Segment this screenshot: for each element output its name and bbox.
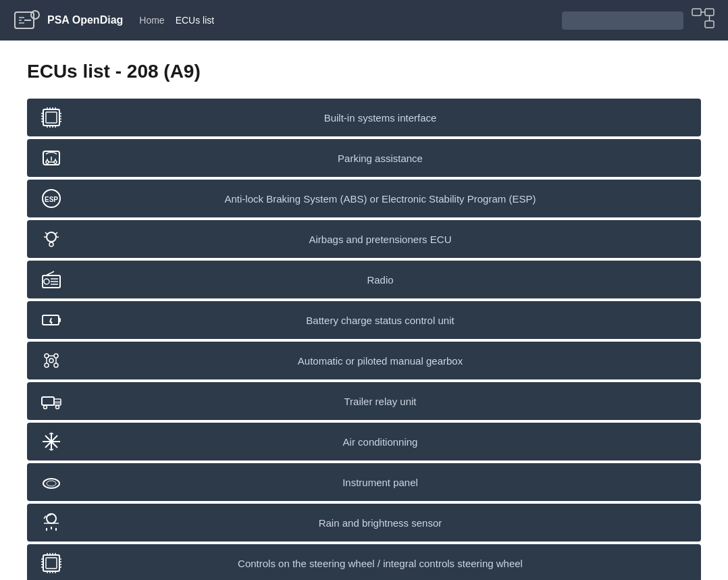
svg-point-39 xyxy=(49,242,53,246)
ecu-label-gearbox: Automatic or piloted manual gearbox xyxy=(70,355,690,367)
steering-chips-icon xyxy=(38,550,65,577)
snowflake-icon xyxy=(38,428,65,455)
svg-point-67 xyxy=(56,406,59,409)
diagram-icon[interactable] xyxy=(692,8,714,32)
search-input[interactable] xyxy=(562,11,683,30)
svg-point-78 xyxy=(43,479,59,488)
main-content: ECUs list - 208 (A9) xyxy=(0,41,728,580)
svg-rect-7 xyxy=(705,9,714,16)
airbag-icon xyxy=(38,226,65,253)
ecu-item-steering-wheel[interactable]: Controls on the steering wheel / integra… xyxy=(27,544,701,580)
svg-text:ESP: ESP xyxy=(45,196,58,203)
nav-home[interactable]: Home xyxy=(139,15,164,26)
ecu-label-battery: Battery charge status control unit xyxy=(70,315,690,326)
ecu-label-parking: Parking assistance xyxy=(70,153,690,164)
ecu-item-built-in-systems[interactable]: Built-in systems interface xyxy=(27,99,701,136)
svg-rect-52 xyxy=(59,318,61,322)
svg-rect-88 xyxy=(46,558,57,569)
ecu-label-abs-esp: Anti-lock Braking System (ABS) or Electr… xyxy=(70,193,690,205)
svg-line-44 xyxy=(55,232,57,234)
esp-icon: ESP xyxy=(38,185,65,212)
svg-point-57 xyxy=(54,354,58,358)
ecu-item-trailer-relay[interactable]: Trailer relay unit xyxy=(27,382,701,420)
gauge-icon xyxy=(38,469,65,496)
svg-point-56 xyxy=(45,354,49,358)
chips-icon xyxy=(38,104,65,131)
gearbox-icon xyxy=(38,347,65,374)
ecu-item-airbags[interactable]: Airbags and pretensioners ECU xyxy=(27,220,701,258)
svg-point-31 xyxy=(54,161,57,163)
rain-icon xyxy=(38,509,65,536)
ecu-item-air-conditioning[interactable]: Air conditionning xyxy=(27,423,701,460)
ecu-label-airbags: Airbags and pretensioners ECU xyxy=(70,234,690,245)
ecu-list: Built-in systems interface Parking assis… xyxy=(27,99,701,580)
logo-text: PSA OpenDiag xyxy=(47,14,123,26)
svg-line-43 xyxy=(45,232,47,234)
svg-point-46 xyxy=(44,279,49,284)
svg-rect-12 xyxy=(46,112,57,123)
radio-icon xyxy=(38,266,65,293)
page-title: ECUs list - 208 (A9) xyxy=(27,61,701,82)
svg-rect-6 xyxy=(692,9,701,16)
svg-point-58 xyxy=(45,363,49,367)
battery-icon xyxy=(38,307,65,334)
svg-rect-8 xyxy=(705,21,714,28)
svg-point-30 xyxy=(46,161,49,163)
header-right xyxy=(562,8,714,32)
ecu-label-trailer: Trailer relay unit xyxy=(70,396,690,407)
ecu-item-gearbox[interactable]: Automatic or piloted manual gearbox xyxy=(27,342,701,379)
ecu-label-rain-sensor: Rain and brightness sensor xyxy=(70,517,690,529)
svg-point-59 xyxy=(54,363,58,367)
svg-point-66 xyxy=(44,406,47,409)
nav-links: Home ECUs list xyxy=(139,15,214,26)
ecu-item-abs-esp[interactable]: ESP Anti-lock Braking System (ABS) or El… xyxy=(27,180,701,217)
ecu-label-air-conditioning: Air conditionning xyxy=(70,436,690,448)
ecu-item-instrument-panel[interactable]: Instrument panel xyxy=(27,463,701,501)
nav-ecus-list[interactable]: ECUs list xyxy=(176,15,215,26)
svg-point-38 xyxy=(47,232,56,242)
logo-area: PSA OpenDiag xyxy=(14,7,123,34)
header: PSA OpenDiag Home ECUs list xyxy=(0,0,728,41)
ecu-label-radio: Radio xyxy=(70,274,690,286)
ecu-item-rain-sensor[interactable]: Rain and brightness sensor xyxy=(27,504,701,542)
svg-rect-64 xyxy=(42,397,54,405)
svg-point-1 xyxy=(31,11,39,19)
parking-icon xyxy=(38,144,65,172)
ecu-label-steering-wheel: Controls on the steering wheel / integra… xyxy=(70,558,690,569)
ecu-label-instrument-panel: Instrument panel xyxy=(70,477,690,488)
ecu-item-battery-charge[interactable]: Battery charge status control unit xyxy=(27,301,701,339)
header-left: PSA OpenDiag Home ECUs list xyxy=(14,7,214,34)
svg-point-79 xyxy=(47,481,56,486)
ecu-item-parking-assistance[interactable]: Parking assistance xyxy=(27,139,701,177)
svg-point-60 xyxy=(49,359,53,363)
ecu-item-radio[interactable]: Radio xyxy=(27,261,701,298)
ecu-label-built-in-systems: Built-in systems interface xyxy=(70,112,690,124)
svg-line-86 xyxy=(44,516,46,519)
trailer-icon xyxy=(38,388,65,415)
logo-icon xyxy=(14,7,41,34)
